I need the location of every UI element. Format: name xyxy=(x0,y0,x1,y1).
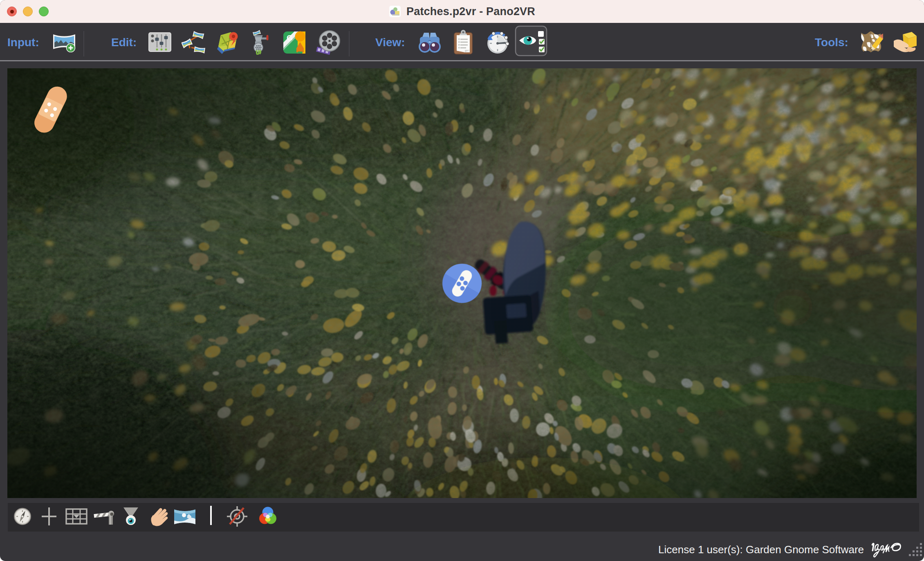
svg-text:G: G xyxy=(287,34,293,42)
